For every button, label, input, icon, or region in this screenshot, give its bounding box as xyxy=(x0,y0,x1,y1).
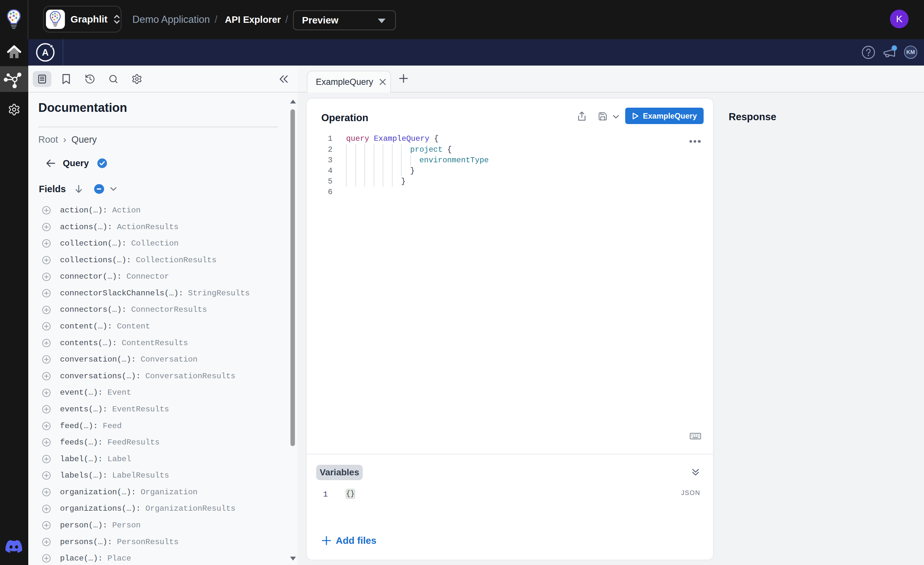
svg-text:A: A xyxy=(42,47,49,57)
